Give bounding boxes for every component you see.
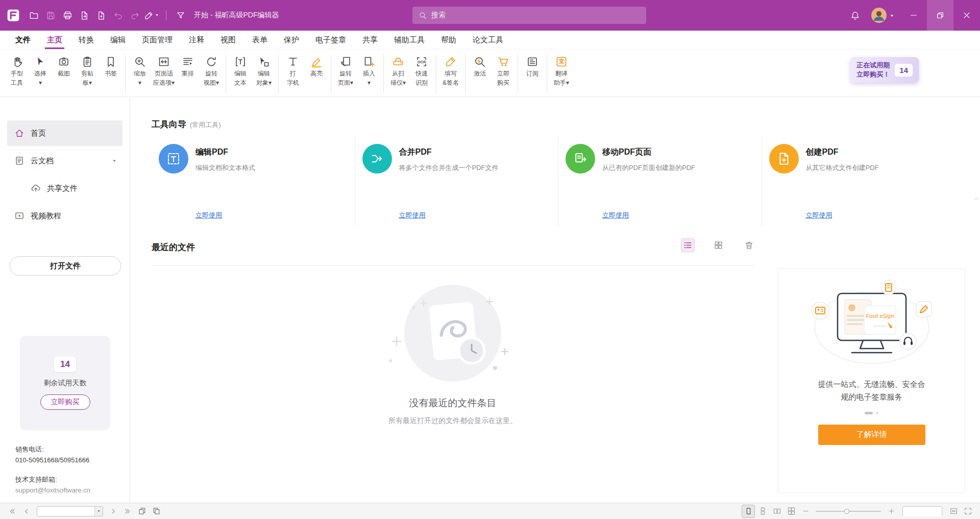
export-file-icon[interactable] — [76, 7, 92, 23]
user-avatar[interactable] — [871, 8, 887, 23]
sidebar-item-2[interactable]: 共享文件 — [7, 176, 122, 201]
ribbon-tool-rotate-view[interactable]: 旋转视图▾ — [200, 55, 223, 87]
account-caret-icon[interactable] — [889, 12, 895, 19]
menu-item-6[interactable]: 视图 — [212, 31, 244, 49]
facing-continuous-view-button[interactable] — [785, 505, 797, 517]
scroll-up-arrow-icon[interactable] — [973, 196, 979, 202]
restore-button[interactable] — [927, 0, 953, 31]
menu-item-3[interactable]: 编辑 — [102, 31, 134, 49]
ribbon-tool-clipboard[interactable]: 剪贴板▾ — [76, 55, 99, 87]
learn-more-button[interactable]: 了解详情 — [818, 425, 925, 445]
fullscreen-button[interactable] — [962, 505, 974, 517]
ribbon-tool-highlighter[interactable]: 高亮 — [305, 55, 328, 78]
prev-page-button[interactable] — [20, 505, 33, 517]
print-icon[interactable] — [59, 7, 76, 23]
funnel-icon[interactable] — [173, 7, 189, 23]
zoom-in-button[interactable] — [885, 505, 897, 517]
zoom-slider[interactable] — [816, 506, 881, 516]
fit-window-button[interactable] — [947, 505, 960, 517]
open-folder-icon[interactable] — [26, 7, 42, 23]
single-page-view-button[interactable] — [742, 505, 754, 517]
notifications-bell-icon[interactable] — [846, 6, 864, 24]
card-use-now-link[interactable]: 立即使用 — [195, 211, 222, 220]
next-page-button[interactable] — [107, 505, 119, 517]
carousel-dot[interactable] — [876, 412, 878, 414]
sidebar-item-1[interactable]: 云文档 — [7, 148, 122, 174]
menu-item-12[interactable]: 帮助 — [433, 31, 464, 49]
promo-text-line1: 提供一站式、无缝流畅、安全合 — [818, 378, 925, 391]
menu-item-10[interactable]: 共享 — [354, 31, 386, 49]
carousel-dot-active[interactable] — [865, 412, 873, 414]
menu-item-13[interactable]: 论文工具 — [464, 31, 511, 49]
ribbon-tool-activate-magnifier[interactable]: 激活 — [468, 55, 492, 78]
menu-item-5[interactable]: 注释 — [181, 31, 212, 49]
ribbon-tool-subscribe-doc[interactable]: 订阅 — [521, 55, 544, 78]
menu-item-1[interactable]: 主页 — [39, 31, 70, 49]
zoom-out-button[interactable] — [799, 505, 812, 517]
next-view-button[interactable] — [150, 505, 162, 517]
undo-icon[interactable] — [110, 7, 126, 23]
ribbon-tool-edit-text[interactable]: 编辑文本 — [229, 55, 252, 87]
ribbon-tool-ocr[interactable]: OCR快速识别 — [410, 55, 433, 87]
trial-purchase-badge[interactable]: 正在试用期 立即购买！ 14 — [850, 57, 919, 83]
card-use-now-link[interactable]: 立即使用 — [602, 211, 629, 220]
list-view-button[interactable] — [681, 239, 694, 252]
content-scrollbar[interactable] — [973, 195, 980, 485]
sidebar-item-0[interactable]: 首页 — [7, 120, 122, 146]
menu-item-11[interactable]: 辅助工具 — [386, 31, 433, 49]
continuous-view-button[interactable] — [756, 505, 769, 517]
edit-object-icon — [258, 55, 270, 69]
first-page-button[interactable] — [6, 505, 18, 517]
ribbon-tool-cart[interactable]: 立即购买 — [492, 55, 515, 87]
ribbon-tool-fill-sign-pen[interactable]: 填写&签名 — [439, 55, 462, 87]
ribbon-tool-label: 快速 — [415, 70, 428, 78]
ribbon-tool-reflow[interactable]: 重排 — [176, 55, 200, 78]
minimize-button[interactable] — [900, 0, 927, 31]
ribbon-tool-bookmark[interactable]: 书签 — [99, 55, 122, 78]
app-logo-icon[interactable] — [5, 7, 21, 23]
ribbon-tool-insert-pages[interactable]: 插入▾ — [357, 55, 381, 87]
signature-pen-icon[interactable] — [143, 7, 160, 23]
caret-down-icon[interactable] — [111, 158, 117, 164]
menu-item-4[interactable]: 页面管理 — [134, 31, 181, 49]
menu-item-9[interactable]: 电子签章 — [307, 31, 354, 49]
prev-view-button[interactable] — [136, 505, 148, 517]
menu-item-0[interactable]: 文件 — [7, 31, 39, 49]
ribbon-tool-scanner[interactable]: 从扫描仪▾ — [386, 55, 410, 87]
last-page-button[interactable] — [121, 505, 134, 517]
menu-item-2[interactable]: 转换 — [70, 31, 102, 49]
grid-view-button[interactable] — [712, 239, 725, 252]
ribbon-tool-fit-page[interactable]: 页面适应选项▾ — [152, 55, 176, 87]
ribbon-tool-select-cursor[interactable]: 选择▾ — [29, 55, 52, 87]
ribbon-tool-hand-tool[interactable]: 手型工具 — [5, 55, 29, 87]
ribbon-tool-zoom-magnifier[interactable]: 缩放▾ — [128, 55, 152, 87]
facing-view-button[interactable] — [771, 505, 783, 517]
page-list-caret-icon[interactable] — [94, 506, 103, 516]
menu-item-8[interactable]: 保护 — [276, 31, 307, 49]
close-button[interactable] — [953, 0, 980, 31]
edit-text-icon — [234, 55, 247, 69]
page-number-input[interactable] — [37, 507, 94, 516]
ribbon-tool-rotate-pages[interactable]: 旋转页面▾ — [334, 55, 357, 87]
ribbon-tool-snapshot-camera[interactable]: 截图 — [52, 55, 76, 78]
open-file-button[interactable]: 打开文件 — [10, 256, 121, 276]
ribbon-tool-edit-object[interactable]: 编辑对象▾ — [252, 55, 276, 87]
redo-icon[interactable] — [127, 7, 143, 23]
card-use-now-link[interactable]: 立即使用 — [399, 211, 426, 220]
card-use-now-link[interactable]: 立即使用 — [806, 211, 832, 220]
search-input[interactable]: 搜索 — [412, 7, 646, 24]
support-email-address[interactable]: support@foxitsoftware.cn — [15, 485, 90, 496]
ribbon: 手型工具选择▾截图剪贴板▾书签缩放▾页面适应选项▾重排旋转视图▾编辑文本编辑对象… — [0, 50, 980, 97]
buy-now-button[interactable]: 立即购买 — [40, 394, 90, 410]
ribbon-tool-translate[interactable]: 翻译助手▾ — [550, 55, 573, 87]
zoom-percent-input[interactable] — [903, 507, 942, 516]
create-file-icon[interactable] — [93, 7, 109, 23]
sidebar-item-3[interactable]: 视频教程 — [7, 203, 122, 229]
promo-carousel-dots[interactable] — [865, 412, 878, 414]
zoom-slider-thumb[interactable] — [844, 509, 849, 514]
svg-text:OCR: OCR — [418, 60, 426, 64]
clear-recent-trash-button[interactable] — [743, 239, 755, 252]
menu-item-7[interactable]: 表单 — [244, 31, 276, 49]
ribbon-tool-typewriter[interactable]: 打字机 — [281, 55, 305, 87]
save-icon[interactable] — [42, 7, 59, 23]
